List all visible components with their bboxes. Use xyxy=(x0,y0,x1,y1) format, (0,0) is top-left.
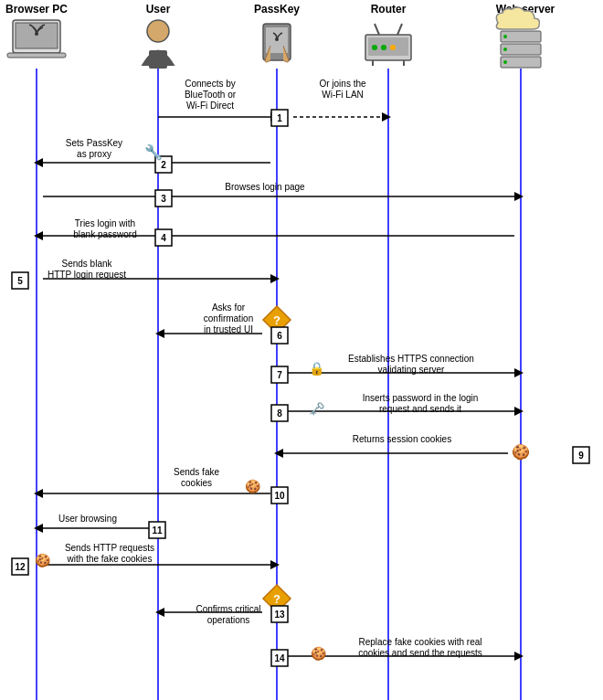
label-step6a: Asks for xyxy=(212,302,246,313)
label-step8a: Inserts password in the login xyxy=(363,393,479,403)
svg-point-13 xyxy=(372,45,377,50)
svg-line-11 xyxy=(375,24,379,35)
label-step13a: Confirms critical xyxy=(196,604,260,614)
svg-marker-88 xyxy=(514,652,524,661)
svg-point-22 xyxy=(503,48,507,51)
actor-passkey: PassKey xyxy=(254,3,300,16)
label-step14a: Replace fake cookies with real xyxy=(358,637,481,647)
svg-text:12: 12 xyxy=(15,562,26,572)
label-step12b: with the fake cookies xyxy=(67,554,153,564)
svg-text:6: 6 xyxy=(277,331,282,341)
label-step11: User browsing xyxy=(58,514,117,524)
label-step1b2: Wi-Fi LAN xyxy=(322,90,364,100)
key-icon: 🗝️ xyxy=(309,401,325,417)
label-step8b: request and sends it xyxy=(379,404,461,414)
actor-user: User xyxy=(146,3,171,16)
svg-text:2: 2 xyxy=(161,160,166,170)
label-step13b: operations xyxy=(207,615,250,625)
svg-point-21 xyxy=(503,35,507,38)
label-step1a2: BlueTooth or xyxy=(185,90,237,100)
svg-text:4: 4 xyxy=(161,233,166,243)
svg-text:5: 5 xyxy=(17,276,23,286)
label-step2b: as proxy xyxy=(77,149,111,159)
label-step1a3: Wi-Fi Direct xyxy=(186,101,234,111)
label-step3: Browses login page xyxy=(225,182,305,192)
svg-marker-58 xyxy=(514,368,524,377)
svg-point-3 xyxy=(35,32,38,36)
svg-marker-66 xyxy=(274,449,283,458)
svg-text:3: 3 xyxy=(161,194,166,204)
svg-marker-40 xyxy=(514,192,524,201)
svg-point-23 xyxy=(503,60,507,64)
wrench-icon: 🔧 xyxy=(144,143,163,161)
label-step5b: HTTP login request xyxy=(48,270,126,280)
svg-text:13: 13 xyxy=(274,610,285,620)
svg-text:10: 10 xyxy=(274,491,285,501)
sequence-diagram: Browser PC User PassKey Router Web serve… xyxy=(0,0,603,700)
svg-marker-36 xyxy=(34,158,43,167)
label-step9: Returns session cookies xyxy=(353,434,451,444)
cookie-icon-10: 🍪 xyxy=(245,479,261,494)
svg-line-12 xyxy=(397,24,402,35)
svg-marker-62 xyxy=(514,407,524,416)
label-step4b: blank password xyxy=(73,229,136,239)
label-step6c: in trusted UI xyxy=(204,324,253,334)
cookie-icon-12: 🍪 xyxy=(35,553,51,568)
svg-text:9: 9 xyxy=(578,451,584,461)
svg-marker-74 xyxy=(34,524,43,533)
svg-marker-70 xyxy=(34,489,43,498)
cookie-icon-14: 🍪 xyxy=(311,646,327,662)
label-step2: Sets PassKey xyxy=(66,138,122,148)
actor-router: Router xyxy=(371,3,407,16)
svg-point-8 xyxy=(275,37,279,41)
label-step6b: confirmation xyxy=(204,313,253,323)
svg-point-15 xyxy=(390,45,396,50)
cookie-icon-9: 🍪 xyxy=(512,443,530,461)
svg-rect-2 xyxy=(7,53,66,58)
svg-text:1: 1 xyxy=(277,113,282,123)
svg-marker-84 xyxy=(155,608,164,617)
label-step10b: cookies xyxy=(181,478,212,488)
svg-rect-5 xyxy=(149,50,167,69)
svg-text:7: 7 xyxy=(277,370,282,380)
actor-browser: Browser PC xyxy=(5,3,68,16)
label-step1a: Connects by xyxy=(185,79,236,89)
label-step12a: Sends HTTP requests xyxy=(65,543,154,553)
svg-marker-44 xyxy=(34,231,43,240)
svg-text:8: 8 xyxy=(277,408,282,419)
label-step4a: Tries login with xyxy=(75,218,135,228)
svg-marker-34 xyxy=(382,112,391,122)
svg-marker-48 xyxy=(270,274,280,283)
label-step7b: validating server xyxy=(378,365,445,375)
svg-text:14: 14 xyxy=(274,653,285,663)
svg-text:11: 11 xyxy=(152,525,163,536)
label-step1b: Or joins the xyxy=(319,79,366,89)
svg-marker-78 xyxy=(270,560,280,569)
svg-point-14 xyxy=(381,45,386,50)
svg-text:?: ? xyxy=(273,592,280,606)
label-step7a: Establishes HTTPS connection xyxy=(348,354,474,364)
label-step10a: Sends fake xyxy=(174,467,219,477)
svg-marker-54 xyxy=(155,329,164,338)
lock-icon: 🔒 xyxy=(309,361,325,377)
svg-point-4 xyxy=(147,20,169,42)
label-step14b: cookies and send the requests xyxy=(358,648,482,658)
label-step5a: Sends blank xyxy=(61,259,112,269)
svg-text:?: ? xyxy=(273,313,280,327)
